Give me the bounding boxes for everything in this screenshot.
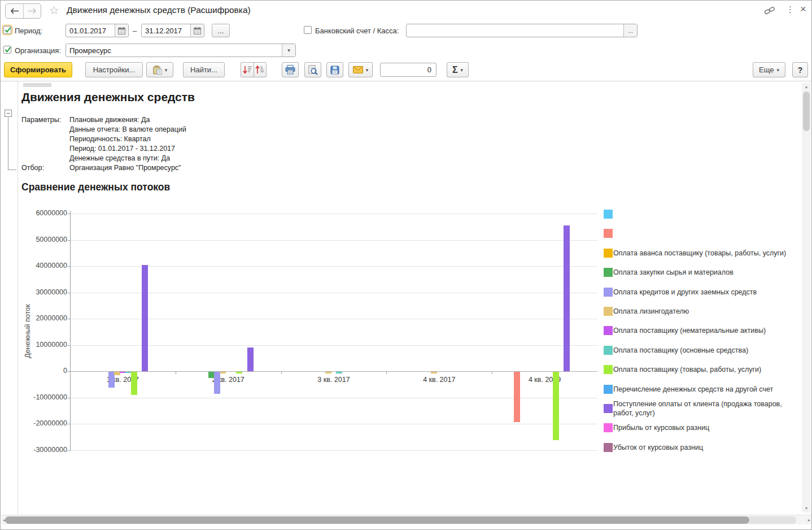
params-label: Параметры: (21, 116, 61, 124)
chart-bar[interactable] (142, 265, 148, 371)
legend-item[interactable]: Убыток от курсовых разниц (604, 443, 703, 452)
legend-item[interactable]: Оплата поставщику (товары, работы, услуг… (604, 365, 761, 374)
scroll-right-icon[interactable]: ► (806, 515, 812, 525)
horizontal-scrollbar[interactable]: ◄ ► (1, 515, 812, 524)
back-arrow-icon (10, 8, 19, 14)
vertical-scrollbar[interactable]: ▲ ▼ (802, 83, 811, 512)
print-preview-button[interactable] (304, 62, 321, 77)
more-actions-button[interactable]: Еще ▾ (753, 62, 785, 77)
param-row: Денежные средства в пути: Да (69, 154, 170, 162)
check-icon (4, 46, 12, 54)
chart-bar[interactable] (564, 225, 570, 371)
sort-ascending-button[interactable] (254, 62, 267, 77)
forward-button[interactable] (23, 4, 41, 18)
x-axis-category-label: 3 кв. 2017 (297, 376, 370, 384)
bank-account-checkbox[interactable] (304, 26, 312, 34)
y-axis-tick-label: 40000000 (12, 262, 67, 270)
scroll-down-icon[interactable]: ▼ (802, 505, 811, 512)
period-from-field[interactable]: 01.01.2017 (66, 24, 129, 37)
chart-bar[interactable] (336, 372, 342, 373)
vertical-scroll-thumb[interactable] (803, 92, 810, 131)
chart-bar[interactable] (131, 372, 137, 395)
quick-sum-field[interactable]: 0 (380, 63, 436, 77)
sort-ascending-icon (255, 66, 265, 74)
back-button[interactable] (6, 4, 23, 18)
chart-bar[interactable] (553, 372, 559, 440)
calendar-button[interactable] (115, 24, 128, 37)
legend-item[interactable]: Оплата аванса поставщику (товары, работы… (604, 249, 786, 258)
bank-account-more-button[interactable]: ... (623, 24, 637, 37)
autosum-button[interactable]: Σ ▾ (447, 62, 469, 77)
legend-swatch (604, 346, 613, 355)
organization-combo[interactable]: Промресурс ▾ (66, 44, 296, 57)
print-button[interactable] (282, 62, 299, 77)
horizontal-scroll-thumb[interactable] (5, 516, 749, 524)
settings-button[interactable]: Настройки... (85, 62, 143, 77)
help-button[interactable]: ? (792, 62, 808, 77)
period-checkbox[interactable] (3, 26, 11, 34)
period-more-button[interactable]: ... (212, 24, 230, 37)
close-icon[interactable]: × (800, 3, 806, 15)
organization-dropdown-button[interactable]: ▾ (282, 44, 295, 57)
x-axis-tick (492, 372, 492, 374)
chart-bar[interactable] (514, 372, 520, 422)
legend-item[interactable]: Оплата закупки сырья и материалов (604, 268, 734, 277)
collapsed-header-remnant (23, 83, 51, 87)
legend-item[interactable] (604, 210, 613, 219)
param-row: Данные отчета: В валюте операций (69, 125, 186, 133)
chart-bar[interactable] (236, 372, 242, 373)
param-row: Периодичность: Квартал (69, 135, 151, 143)
chart-bar[interactable] (325, 372, 331, 373)
selection-label: Отбор: (21, 164, 44, 172)
organization-value[interactable]: Промресурс (66, 44, 282, 57)
chevron-down-icon: ▾ (461, 67, 464, 73)
report-variants-button[interactable]: ▾ (146, 62, 173, 77)
x-axis-category-label: 1 кв. 2017 (86, 376, 159, 384)
legend-item[interactable]: Прибыль от курсовых разниц (604, 423, 709, 432)
chevron-down-icon: ▾ (366, 67, 369, 73)
report-variants-icon (152, 66, 162, 75)
calendar-button[interactable] (190, 24, 204, 37)
legend-item[interactable]: Оплата лизингодателю (604, 307, 689, 316)
period-to-field[interactable]: 31.12.2017 (141, 24, 204, 37)
x-axis-tick (176, 372, 176, 374)
sort-descending-button[interactable] (241, 62, 254, 77)
legend-item[interactable]: Оплата поставщику (основные средства) (604, 346, 748, 355)
find-button[interactable]: Найти... (183, 62, 225, 77)
chart-gridline (70, 319, 597, 319)
kebab-menu-icon[interactable]: ⋮ (786, 5, 794, 15)
forward-arrow-icon (28, 8, 37, 14)
report-title: Движения денежных средств (21, 90, 195, 104)
chart-bar[interactable] (220, 372, 226, 373)
legend-item[interactable]: Перечисление денежных средств на другой … (604, 385, 773, 394)
legend-swatch (604, 288, 613, 297)
legend-item[interactable]: Поступление оплаты от клиента (продажа т… (604, 399, 802, 418)
chart-bar[interactable] (247, 347, 254, 371)
param-row: Плановые движения: Да (69, 116, 150, 124)
chart-bar[interactable] (214, 372, 220, 394)
chart-gridline (70, 266, 597, 267)
legend-item[interactable]: Оплата кредитов и других заемных средств (604, 288, 757, 297)
organization-label: Организация: (15, 46, 61, 55)
legend-item[interactable]: Оплата поставщику (нематериальные активы… (604, 326, 766, 335)
chart-gridline (70, 424, 597, 424)
collapse-group-button[interactable]: − (5, 110, 12, 117)
scroll-up-icon[interactable]: ▲ (802, 83, 811, 91)
selection-value: Организация Равно "Промресурс" (69, 164, 181, 172)
period-from-value[interactable]: 01.01.2017 (66, 24, 115, 37)
get-link-icon[interactable] (764, 5, 775, 18)
grouping-tree-line (8, 170, 16, 170)
bank-account-field[interactable]: ... (406, 24, 638, 37)
save-button[interactable] (326, 62, 343, 77)
send-email-button[interactable]: ▾ (348, 62, 373, 77)
period-to-value[interactable]: 31.12.2017 (142, 24, 190, 37)
legend-swatch (604, 326, 613, 335)
favorite-star-icon[interactable]: ☆ (49, 5, 59, 16)
generate-button[interactable]: Сформировать (4, 62, 72, 77)
legend-item[interactable] (604, 229, 613, 238)
chart-bar[interactable] (431, 372, 437, 373)
bank-account-value[interactable] (407, 24, 623, 37)
organization-checkbox[interactable] (3, 46, 11, 54)
y-axis-tick-label: -20000000 (12, 419, 67, 427)
legend-swatch (604, 423, 613, 432)
